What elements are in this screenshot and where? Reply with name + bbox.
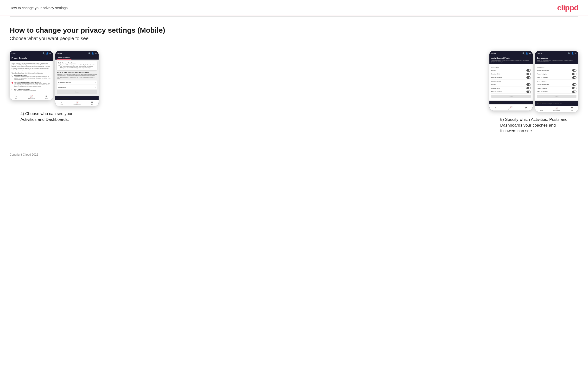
save-button[interactable]: Save <box>57 90 97 94</box>
screen3-back[interactable]: ‹ Back <box>491 53 496 54</box>
search-icon[interactable]: 🔍 <box>568 52 571 55</box>
followers-label: FOLLOWERS <box>537 81 576 82</box>
profile-icon[interactable]: 👤 <box>571 52 574 55</box>
nav-home[interactable]: ⌂ Home <box>61 101 63 105</box>
logo: clippd <box>557 3 578 12</box>
step5-caption: 5) Specify which Activities, Posts and D… <box>500 117 568 134</box>
nav-menu[interactable]: ☰ Menu <box>571 107 573 111</box>
option-coach-only[interactable]: Only You and Your Coach Only you and the… <box>12 88 51 91</box>
page-subheading: Choose what you want people to see <box>10 36 578 41</box>
screen3-header: Activities and Posts Select the types of… <box>489 56 533 64</box>
footer: Copyright Clippd 2022 <box>0 148 588 161</box>
nav-my-performance[interactable]: 📈 My Performance <box>508 106 515 109</box>
chevron-left-icon: ‹ <box>57 53 58 54</box>
menu-icon: ☰ <box>571 107 573 109</box>
chevron-left-icon: ‹ <box>537 53 537 54</box>
nav-my-performance[interactable]: 📈 My Performance <box>74 101 81 105</box>
screen1-bottom-nav: ⌂ Home 📈 My Performance ☰ Menu <box>10 94 53 100</box>
toggle-followers-what-to-work-on[interactable] <box>572 91 576 93</box>
copyright: Copyright Clippd 2022 <box>10 153 38 156</box>
toggle-coaches-rounds[interactable] <box>527 69 531 72</box>
menu-icon: ☰ <box>91 101 93 104</box>
screen3-title: Activities and Posts <box>491 57 531 59</box>
settings-icon[interactable]: ⚙ <box>95 52 97 55</box>
nav-my-performance[interactable]: 📈 My Performance <box>28 95 35 99</box>
step4-group: ‹ Back 🔍 👤 ⚙ Privacy Controls <box>10 51 99 134</box>
help-desc: Visit our Clippd community to troublesho… <box>537 103 576 105</box>
show-hide-title: Show or hide specific features in Clippd <box>57 72 97 73</box>
followers-drills-row: Practice Drills <box>491 86 531 90</box>
screen1-body: Control how you and your data appears to… <box>10 61 53 94</box>
screen2-tabs: Privacy Controls <box>55 56 99 59</box>
toggle-followers-manual[interactable] <box>527 91 531 93</box>
screen4-back[interactable]: ‹ Back <box>537 53 542 54</box>
option-everyone[interactable]: Everyone on Clippd Everyone on Clippd ca… <box>12 75 51 80</box>
screen4-icons: 🔍 👤 ⚙ <box>568 52 576 55</box>
nav-home[interactable]: ⌂ Home <box>540 107 543 111</box>
nav-my-performance[interactable]: 📈 My Performance <box>553 107 560 111</box>
chevron-left-icon: ‹ <box>12 53 12 54</box>
help-support-label: Help & Support Visit our Clippd communit… <box>535 100 578 106</box>
coaches-label: COACHES <box>491 67 531 68</box>
toggle-coaches-what-to-work-on[interactable] <box>572 76 576 79</box>
coaches-round-insights-row: Round Insights <box>537 72 576 76</box>
followers-what-to-work-on-row: What To Work On <box>537 90 576 94</box>
screen4-header: Dashboards Select the dashboards that yo… <box>535 56 578 64</box>
step5-pair: ‹ Back 🔍 👤 ⚙ Activities and Posts <box>489 51 578 112</box>
search-icon[interactable]: 🔍 <box>43 52 45 55</box>
settings-icon[interactable]: ⚙ <box>575 52 576 55</box>
screen1-back[interactable]: ‹ Back <box>12 53 16 54</box>
home-icon: ⌂ <box>61 101 62 104</box>
screen2-back[interactable]: ‹ Back <box>57 53 62 54</box>
profile-icon[interactable]: 👤 <box>46 52 48 55</box>
coaches-player-dashboard-row: Player Dashboard <box>537 69 576 72</box>
screen3-icons: 🔍 👤 ⚙ <box>522 52 531 55</box>
followers-label: FOLLOWERS <box>491 81 531 82</box>
toggle-followers-rounds[interactable] <box>527 83 531 86</box>
coaches-label: COACHES <box>537 67 576 68</box>
radio-coach-only[interactable] <box>12 89 13 90</box>
option-coach-text: Only You and Your Coach Only you and the… <box>14 88 36 91</box>
toggle-followers-player-dashboard[interactable] <box>572 83 576 86</box>
screen3-bottom-nav: ⌂ Home 📈 My Performance ☰ Menu <box>489 104 533 110</box>
settings-icon[interactable]: ⚙ <box>529 52 531 55</box>
screen4-bottom-nav: ⌂ Home 📈 My Performance ☰ Menu <box>535 106 578 112</box>
toggle-coaches-drills[interactable] <box>527 73 531 75</box>
toggle-followers-round-insights[interactable] <box>572 87 576 89</box>
radio-approved[interactable] <box>12 82 13 83</box>
profile-icon[interactable]: 👤 <box>526 52 528 55</box>
modal-radio[interactable] <box>58 65 60 66</box>
toggle-coaches-round-insights[interactable] <box>572 73 576 75</box>
save-button[interactable]: Save <box>537 95 576 98</box>
performance-icon: 📈 <box>555 107 558 109</box>
screen3-mobile: ‹ Back 🔍 👤 ⚙ Activities and Posts <box>489 51 533 110</box>
screenshots-container: ‹ Back 🔍 👤 ⚙ Privacy Controls <box>10 51 578 134</box>
screen2-body: Only You and Your Coach Only you and the… <box>55 59 99 96</box>
screen2-frame: ‹ Back 🔍 👤 ⚙ Privacy Controls <box>55 51 99 106</box>
screen2-topbar: ‹ Back 🔍 👤 ⚙ <box>55 51 99 56</box>
performance-icon: 📈 <box>510 106 512 108</box>
radio-everyone[interactable] <box>12 75 13 77</box>
option-approved[interactable]: Only Approved Followers and Your Coach O… <box>12 82 51 87</box>
search-icon[interactable]: 🔍 <box>88 52 91 55</box>
nav-menu[interactable]: ☰ Menu <box>45 95 48 99</box>
toggle-coaches-player-dashboard[interactable] <box>572 69 576 72</box>
nav-menu[interactable]: ☰ Menu <box>91 101 93 105</box>
toggle-coaches-manual[interactable] <box>527 76 531 79</box>
nav-home[interactable]: ⌂ Home <box>15 95 17 99</box>
menu-activities-posts[interactable]: Activities and Posts › <box>57 80 97 84</box>
nav-menu[interactable]: ☰ Menu <box>525 106 527 109</box>
screen1-frame: ‹ Back 🔍 👤 ⚙ Privacy Controls <box>10 51 53 106</box>
chevron-left-icon: ‹ <box>491 53 492 54</box>
settings-icon[interactable]: ⚙ <box>49 52 51 55</box>
option-approved-text: Only Approved Followers and Your Coach O… <box>14 82 51 87</box>
profile-icon[interactable]: 👤 <box>92 52 94 55</box>
followers-rounds-row: Rounds <box>491 83 531 86</box>
menu-dashboards[interactable]: Dashboards › <box>57 85 97 89</box>
toggle-followers-drills[interactable] <box>527 87 531 89</box>
tab-privacy-controls[interactable]: Privacy Controls <box>57 56 71 59</box>
search-icon[interactable]: 🔍 <box>522 52 525 55</box>
nav-home[interactable]: ⌂ Home <box>495 106 497 109</box>
performance-icon: 📈 <box>76 101 78 104</box>
save-button[interactable]: Save <box>491 95 531 98</box>
